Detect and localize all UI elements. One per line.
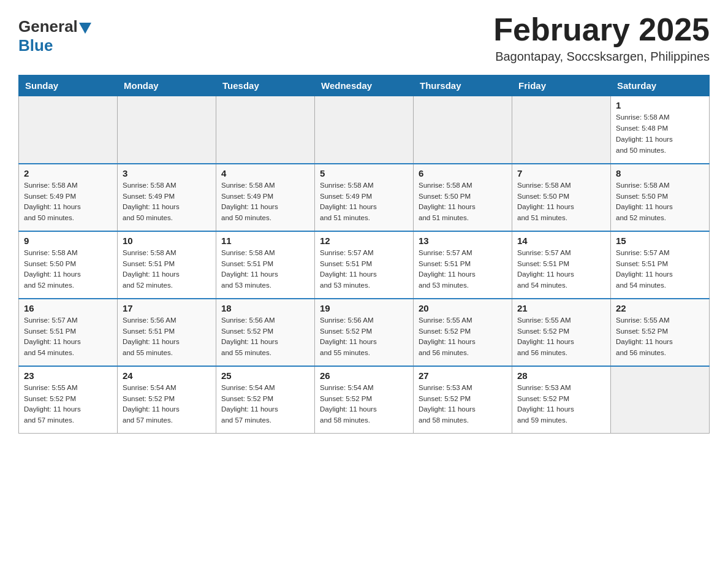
calendar-cell: 24Sunrise: 5:54 AM Sunset: 5:52 PM Dayli… (118, 366, 216, 434)
day-number: 10 (123, 236, 211, 246)
day-info: Sunrise: 5:58 AM Sunset: 5:49 PM Dayligh… (320, 180, 408, 224)
day-number: 27 (419, 370, 507, 381)
calendar-cell: 27Sunrise: 5:53 AM Sunset: 5:52 PM Dayli… (414, 366, 512, 434)
calendar-cell: 7Sunrise: 5:58 AM Sunset: 5:50 PM Daylig… (512, 164, 611, 231)
calendar-week-row: 9Sunrise: 5:58 AM Sunset: 5:50 PM Daylig… (19, 231, 710, 299)
logo: General Blue (18, 17, 91, 55)
calendar-cell: 15Sunrise: 5:57 AM Sunset: 5:51 PM Dayli… (611, 231, 710, 299)
calendar-header-thursday: Thursday (414, 75, 512, 96)
day-info: Sunrise: 5:55 AM Sunset: 5:52 PM Dayligh… (419, 315, 507, 359)
day-info: Sunrise: 5:57 AM Sunset: 5:51 PM Dayligh… (320, 248, 408, 291)
day-info: Sunrise: 5:58 AM Sunset: 5:49 PM Dayligh… (123, 180, 211, 224)
calendar-cell (512, 96, 611, 164)
day-number: 6 (419, 168, 507, 178)
calendar-header-wednesday: Wednesday (315, 75, 414, 96)
day-number: 2 (24, 168, 112, 178)
calendar-header-row: SundayMondayTuesdayWednesdayThursdayFrid… (19, 75, 710, 96)
day-number: 20 (419, 303, 507, 313)
calendar-cell: 8Sunrise: 5:58 AM Sunset: 5:50 PM Daylig… (611, 164, 710, 231)
day-info: Sunrise: 5:58 AM Sunset: 5:51 PM Dayligh… (221, 248, 309, 291)
day-info: Sunrise: 5:57 AM Sunset: 5:51 PM Dayligh… (419, 248, 507, 291)
day-number: 17 (123, 303, 211, 313)
day-number: 4 (221, 168, 309, 178)
calendar-cell: 23Sunrise: 5:55 AM Sunset: 5:52 PM Dayli… (19, 366, 118, 434)
day-number: 9 (24, 236, 112, 246)
day-number: 8 (616, 168, 704, 178)
calendar-cell: 4Sunrise: 5:58 AM Sunset: 5:49 PM Daylig… (216, 164, 315, 231)
day-number: 19 (320, 303, 408, 313)
day-info: Sunrise: 5:56 AM Sunset: 5:52 PM Dayligh… (320, 315, 408, 359)
calendar-cell: 9Sunrise: 5:58 AM Sunset: 5:50 PM Daylig… (19, 231, 118, 299)
day-info: Sunrise: 5:55 AM Sunset: 5:52 PM Dayligh… (24, 383, 112, 426)
calendar-cell: 25Sunrise: 5:54 AM Sunset: 5:52 PM Dayli… (216, 366, 315, 434)
calendar-cell: 11Sunrise: 5:58 AM Sunset: 5:51 PM Dayli… (216, 231, 315, 299)
calendar-week-row: 23Sunrise: 5:55 AM Sunset: 5:52 PM Dayli… (19, 366, 710, 434)
day-info: Sunrise: 5:54 AM Sunset: 5:52 PM Dayligh… (320, 383, 408, 426)
calendar-cell: 6Sunrise: 5:58 AM Sunset: 5:50 PM Daylig… (414, 164, 512, 231)
title-section: February 2025 Bagontapay, Soccsksargen, … (493, 12, 710, 64)
day-info: Sunrise: 5:58 AM Sunset: 5:48 PM Dayligh… (616, 112, 704, 156)
day-number: 16 (24, 303, 112, 313)
calendar-cell: 13Sunrise: 5:57 AM Sunset: 5:51 PM Dayli… (414, 231, 512, 299)
calendar-header-friday: Friday (512, 75, 611, 96)
day-number: 12 (320, 236, 408, 246)
calendar-cell: 2Sunrise: 5:58 AM Sunset: 5:49 PM Daylig… (19, 164, 118, 231)
day-info: Sunrise: 5:58 AM Sunset: 5:50 PM Dayligh… (419, 180, 507, 224)
calendar-cell (414, 96, 512, 164)
calendar-cell: 10Sunrise: 5:58 AM Sunset: 5:51 PM Dayli… (118, 231, 216, 299)
calendar-cell (19, 96, 118, 164)
day-number: 23 (24, 370, 112, 381)
day-info: Sunrise: 5:56 AM Sunset: 5:52 PM Dayligh… (221, 315, 309, 359)
calendar-header-tuesday: Tuesday (216, 75, 315, 96)
calendar-cell: 16Sunrise: 5:57 AM Sunset: 5:51 PM Dayli… (19, 299, 118, 366)
day-info: Sunrise: 5:56 AM Sunset: 5:51 PM Dayligh… (123, 315, 211, 359)
day-info: Sunrise: 5:58 AM Sunset: 5:51 PM Dayligh… (123, 248, 211, 291)
day-number: 1 (616, 100, 704, 110)
calendar-cell: 22Sunrise: 5:55 AM Sunset: 5:52 PM Dayli… (611, 299, 710, 366)
calendar-cell: 12Sunrise: 5:57 AM Sunset: 5:51 PM Dayli… (315, 231, 414, 299)
calendar-week-row: 16Sunrise: 5:57 AM Sunset: 5:51 PM Dayli… (19, 299, 710, 366)
calendar-cell (118, 96, 216, 164)
day-info: Sunrise: 5:55 AM Sunset: 5:52 PM Dayligh… (616, 315, 704, 359)
calendar-cell: 21Sunrise: 5:55 AM Sunset: 5:52 PM Dayli… (512, 299, 611, 366)
day-number: 5 (320, 168, 408, 178)
day-info: Sunrise: 5:58 AM Sunset: 5:50 PM Dayligh… (24, 248, 112, 291)
day-info: Sunrise: 5:54 AM Sunset: 5:52 PM Dayligh… (221, 383, 309, 426)
logo-general-text: General (18, 17, 78, 36)
calendar-cell (216, 96, 315, 164)
day-info: Sunrise: 5:53 AM Sunset: 5:52 PM Dayligh… (419, 383, 507, 426)
day-number: 15 (616, 236, 704, 246)
day-info: Sunrise: 5:58 AM Sunset: 5:49 PM Dayligh… (24, 180, 112, 224)
day-info: Sunrise: 5:57 AM Sunset: 5:51 PM Dayligh… (24, 315, 112, 359)
calendar-cell: 3Sunrise: 5:58 AM Sunset: 5:49 PM Daylig… (118, 164, 216, 231)
calendar-cell: 17Sunrise: 5:56 AM Sunset: 5:51 PM Dayli… (118, 299, 216, 366)
calendar-header-sunday: Sunday (19, 75, 118, 96)
calendar-cell: 19Sunrise: 5:56 AM Sunset: 5:52 PM Dayli… (315, 299, 414, 366)
calendar-cell: 18Sunrise: 5:56 AM Sunset: 5:52 PM Dayli… (216, 299, 315, 366)
day-number: 22 (616, 303, 704, 313)
day-info: Sunrise: 5:54 AM Sunset: 5:52 PM Dayligh… (123, 383, 211, 426)
day-number: 21 (517, 303, 605, 313)
calendar-cell: 28Sunrise: 5:53 AM Sunset: 5:52 PM Dayli… (512, 366, 611, 434)
calendar-table: SundayMondayTuesdayWednesdayThursdayFrid… (18, 75, 710, 434)
logo-blue-text: Blue (18, 36, 53, 55)
day-number: 13 (419, 236, 507, 246)
month-title: February 2025 (493, 12, 710, 47)
page-header: General Blue February 2025 Bagontapay, S… (18, 12, 710, 64)
day-info: Sunrise: 5:58 AM Sunset: 5:50 PM Dayligh… (616, 180, 704, 224)
location-title: Bagontapay, Soccsksargen, Philippines (493, 50, 710, 64)
calendar-cell: 26Sunrise: 5:54 AM Sunset: 5:52 PM Dayli… (315, 366, 414, 434)
day-number: 28 (517, 370, 605, 381)
day-number: 11 (221, 236, 309, 246)
day-info: Sunrise: 5:57 AM Sunset: 5:51 PM Dayligh… (616, 248, 704, 291)
calendar-cell (315, 96, 414, 164)
calendar-cell: 1Sunrise: 5:58 AM Sunset: 5:48 PM Daylig… (611, 96, 710, 164)
day-info: Sunrise: 5:57 AM Sunset: 5:51 PM Dayligh… (517, 248, 605, 291)
day-number: 14 (517, 236, 605, 246)
calendar-week-row: 1Sunrise: 5:58 AM Sunset: 5:48 PM Daylig… (19, 96, 710, 164)
calendar-week-row: 2Sunrise: 5:58 AM Sunset: 5:49 PM Daylig… (19, 164, 710, 231)
day-info: Sunrise: 5:53 AM Sunset: 5:52 PM Dayligh… (517, 383, 605, 426)
calendar-cell (611, 366, 710, 434)
day-number: 25 (221, 370, 309, 381)
day-number: 7 (517, 168, 605, 178)
